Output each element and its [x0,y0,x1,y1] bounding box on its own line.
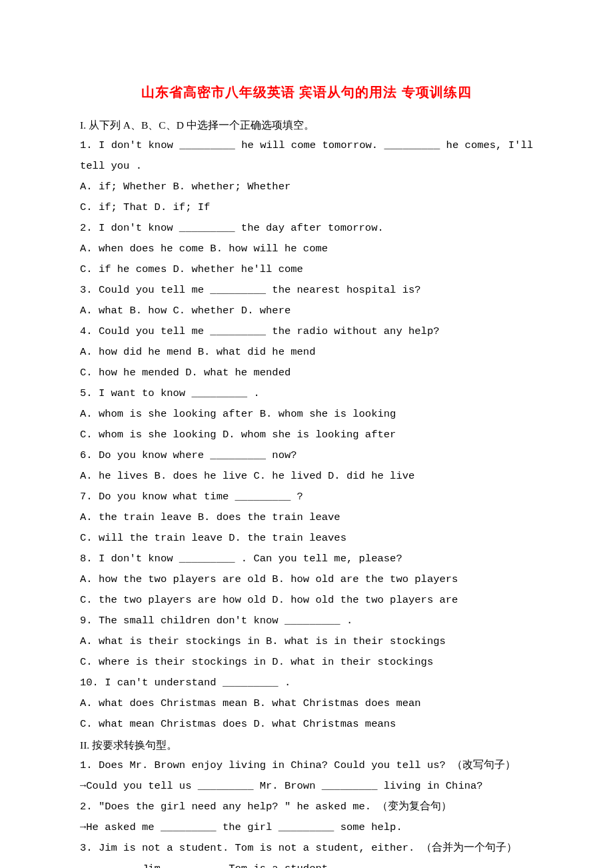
question-9: 9. The small children don't know _______… [80,611,533,631]
question-3-options: A. what B. how C. whether D. where [80,301,533,321]
question-9-options-b: C. where is their stockings in D. what i… [80,652,533,673]
transform-q2-answer: →He asked me _________ the girl ________… [80,817,533,838]
question-5: 5. I want to know _________ . [80,383,533,404]
question-4-options-a: A. how did he mend B. what did he mend [80,342,533,363]
question-8: 8. I don't know _________ . Can you tell… [80,549,533,569]
question-9-options-a: A. what is their stockings in B. what is… [80,631,533,652]
question-2-options-b: C. if he comes D. whether he'll come [80,259,533,280]
question-6-options: A. he lives B. does he live C. he lived … [80,466,533,487]
question-3: 3. Could you tell me _________ the neare… [80,280,533,301]
question-6: 6. Do you know where _________ now? [80,445,533,466]
question-4: 4. Could you tell me _________ the radio… [80,321,533,342]
question-7-options-a: A. the train leave B. does the train lea… [80,507,533,528]
question-2-options-a: A. when does he come B. how will he come [80,239,533,259]
question-1-options-b: C. if; That D. if; If [80,197,533,218]
question-2: 2. I don't know _________ the day after … [80,218,533,239]
question-1-options-a: A. if; Whether B. whether; Whether [80,177,533,197]
question-8-options-b: C. the two players are how old D. how ol… [80,590,533,611]
section1-heading: I. 从下列 A、B、C、D 中选择一个正确选项填空。 [80,115,533,135]
transform-q1-answer: →Could you tell us _________ Mr. Brown _… [80,776,533,797]
question-7: 7. Do you know what time _________ ? [80,487,533,507]
transform-q1: 1. Does Mr. Brown enjoy living in China?… [80,755,533,776]
question-8-options-a: A. how the two players are old B. how ol… [80,569,533,590]
question-7-options-b: C. will the train leave D. the train lea… [80,528,533,549]
transform-q2: 2. "Does the girl need any help? " he as… [80,797,533,817]
question-10: 10. I can't understand _________ . [80,673,533,693]
question-1: 1. I don't know _________ he will come t… [80,135,533,177]
transform-q3-answer: _________ Jim _________ Tom is a student… [80,859,533,868]
question-4-options-b: C. how he mended D. what he mended [80,363,533,383]
question-10-options-b: C. what mean Christmas does D. what Chri… [80,714,533,735]
section2-heading: II. 按要求转换句型。 [80,735,533,755]
question-5-options-b: C. whom is she looking D. whom she is lo… [80,425,533,445]
page-container: 山东省高密市八年级英语 宾语从句的用法 专项训练四 I. 从下列 A、B、C、D… [0,0,613,868]
question-5-options-a: A. whom is she looking after B. whom she… [80,404,533,425]
question-10-options-a: A. what does Christmas mean B. what Chri… [80,693,533,714]
document-title: 山东省高密市八年级英语 宾语从句的用法 专项训练四 [80,79,533,105]
transform-q3: 3. Jim is not a student. Tom is not a st… [80,838,533,859]
